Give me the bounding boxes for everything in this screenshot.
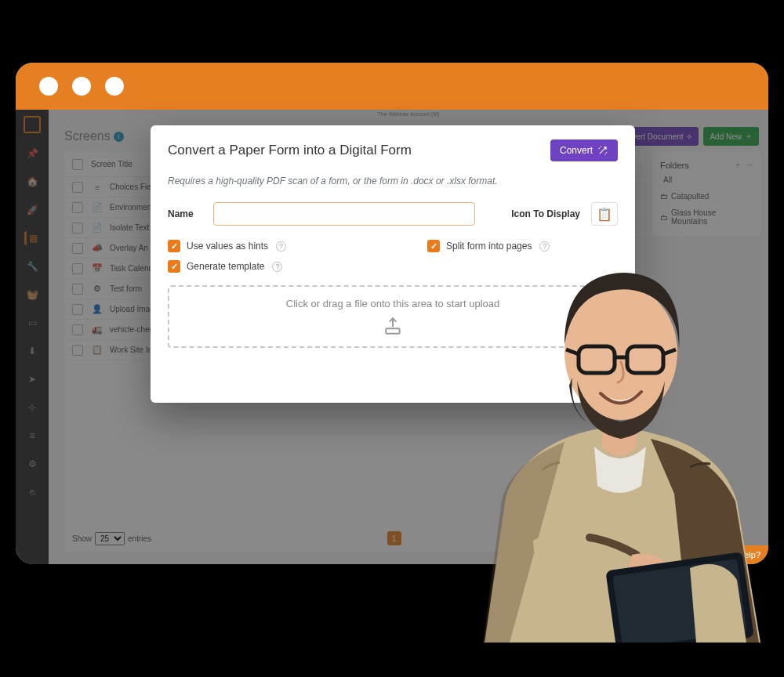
window-dot xyxy=(39,77,58,96)
opt-hints-label: Use values as hints xyxy=(187,241,268,252)
upload-icon xyxy=(383,316,403,336)
convert-form-modal: Convert a Paper Form into a Digital Form… xyxy=(151,125,635,403)
help-icon[interactable]: ? xyxy=(272,262,282,272)
convert-button[interactable]: Convert xyxy=(550,139,618,161)
help-icon[interactable]: ? xyxy=(539,241,550,252)
help-icon[interactable]: ? xyxy=(276,241,286,252)
window-dot xyxy=(105,77,124,96)
icon-selector[interactable]: 📋 xyxy=(591,202,618,226)
use-values-as-hints-checkbox[interactable] xyxy=(168,240,180,252)
convert-button-label: Convert xyxy=(560,145,593,156)
need-help-button[interactable]: Need Help? xyxy=(707,545,768,564)
svg-rect-0 xyxy=(386,328,399,334)
split-form-checkbox[interactable] xyxy=(427,240,440,252)
modal-title: Convert a Paper Form into a Digital Form xyxy=(168,143,412,158)
app-body: 📌 🏠 🚀 ▦ 🔧 🧺 ▭ ⬇ ➤ ⊹ ≡ ⚙ ⎋ The Webinar Ac… xyxy=(16,110,768,564)
upload-dropzone[interactable]: Click or drag a file onto this area to s… xyxy=(168,285,618,348)
window-dot xyxy=(72,77,91,96)
wand-icon xyxy=(597,145,608,156)
opt-split-label: Split form into pages xyxy=(446,241,532,252)
modal-hint: Requires a high-quality PDF scan of a fo… xyxy=(168,176,618,186)
icon-to-display-label: Icon To Display xyxy=(511,208,580,219)
svg-rect-7 xyxy=(605,552,754,643)
dropzone-text: Click or drag a file onto this area to s… xyxy=(286,298,499,310)
browser-frame: 📌 🏠 🚀 ▦ 🔧 🧺 ▭ ⬇ ➤ ⊹ ≡ ⚙ ⎋ The Webinar Ac… xyxy=(16,63,768,564)
opt-template-label: Generate template xyxy=(187,261,264,272)
name-label: Name xyxy=(168,208,202,219)
generate-template-checkbox[interactable] xyxy=(168,260,180,273)
name-input[interactable] xyxy=(213,202,475,226)
svg-rect-8 xyxy=(612,559,747,643)
window-chrome xyxy=(16,63,768,110)
